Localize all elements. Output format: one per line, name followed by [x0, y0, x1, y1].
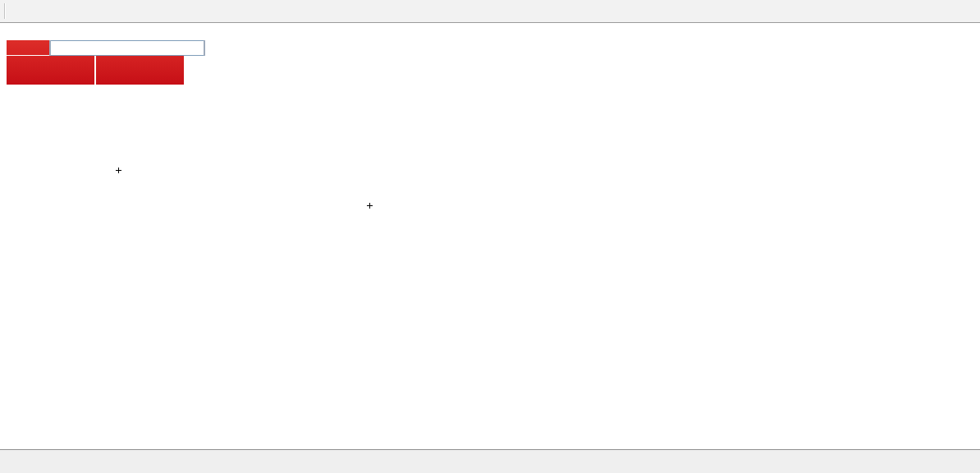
mouse-cursor-crosshair [367, 203, 373, 209]
toolbar-separator [4, 3, 5, 19]
volume-input[interactable] [51, 40, 204, 56]
mt4-chart-window [0, 0, 980, 473]
one-click-trading-widget [7, 40, 184, 85]
chart-title [8, 27, 33, 39]
sell-price [7, 56, 94, 85]
chart-object-cross-marker [116, 168, 121, 173]
volume-increase-button[interactable] [204, 40, 205, 56]
chart-tab-bar [0, 449, 980, 473]
volume-spinner [49, 40, 141, 56]
buy-price [96, 56, 184, 85]
timeframe-toolbar [0, 0, 980, 23]
